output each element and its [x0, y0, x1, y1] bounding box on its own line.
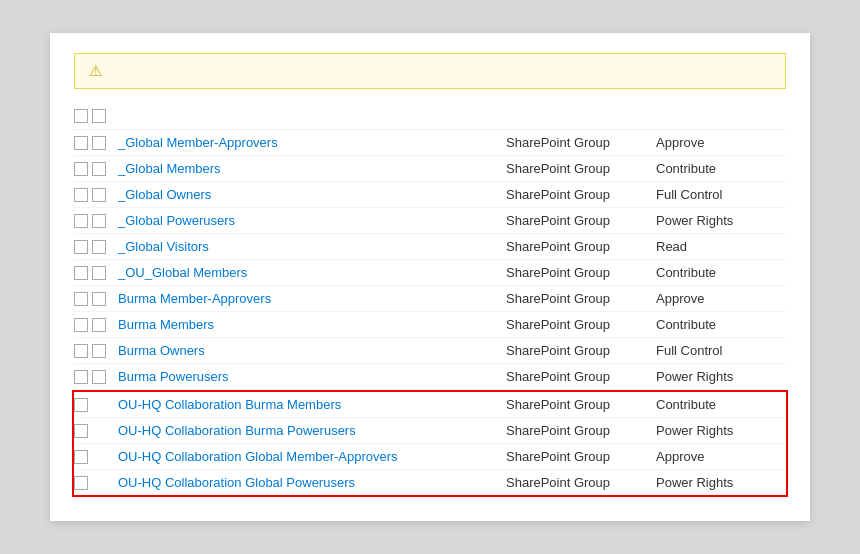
row-name-2[interactable]: _Global Owners — [118, 187, 506, 202]
highlighted-table-row: OU-HQ Collaboration Global Powerusers Sh… — [74, 470, 786, 495]
table-header — [74, 105, 786, 130]
hl-row-name-1[interactable]: OU-HQ Collaboration Burma Powerusers — [118, 423, 506, 438]
inner-checkbox-2[interactable] — [92, 188, 106, 202]
hl-row-check-0 — [74, 398, 118, 412]
inner-checkbox-5[interactable] — [92, 266, 106, 280]
row-type-8: SharePoint Group — [506, 343, 656, 358]
table-row: Burma Owners SharePoint Group Full Contr… — [74, 338, 786, 364]
hl-row-type-2: SharePoint Group — [506, 449, 656, 464]
outer-checkbox-1[interactable] — [74, 162, 88, 176]
inner-checkbox-3[interactable] — [92, 214, 106, 228]
row-check-0 — [74, 136, 118, 150]
table-row: _Global Members SharePoint Group Contrib… — [74, 156, 786, 182]
row-perm-3: Power Rights — [656, 213, 786, 228]
row-type-1: SharePoint Group — [506, 161, 656, 176]
row-check-7 — [74, 318, 118, 332]
row-name-5[interactable]: _OU_Global Members — [118, 265, 506, 280]
select-all-checkbox-2[interactable] — [92, 109, 106, 123]
hl-row-check-1 — [74, 424, 118, 438]
select-all-checkbox[interactable] — [74, 109, 88, 123]
inner-checkbox-1[interactable] — [92, 162, 106, 176]
outer-checkbox-0[interactable] — [74, 136, 88, 150]
outer-checkbox-6[interactable] — [74, 292, 88, 306]
row-check-2 — [74, 188, 118, 202]
hl-row-perm-2: Approve — [656, 449, 786, 464]
hl-row-name-0[interactable]: OU-HQ Collaboration Burma Members — [118, 397, 506, 412]
table-row: _Global Powerusers SharePoint Group Powe… — [74, 208, 786, 234]
permissions-table: _Global Member-Approvers SharePoint Grou… — [74, 105, 786, 497]
header-check-col — [74, 109, 118, 123]
permissions-card: ⚠ _Global Member-Approvers SharePoint Gr… — [50, 33, 810, 521]
row-type-4: SharePoint Group — [506, 239, 656, 254]
hl-outer-checkbox-2[interactable] — [74, 450, 88, 464]
outer-checkbox-7[interactable] — [74, 318, 88, 332]
row-name-6[interactable]: Burma Member-Approvers — [118, 291, 506, 306]
row-perm-0: Approve — [656, 135, 786, 150]
row-type-9: SharePoint Group — [506, 369, 656, 384]
hl-row-type-0: SharePoint Group — [506, 397, 656, 412]
table-row: _Global Owners SharePoint Group Full Con… — [74, 182, 786, 208]
inner-checkbox-4[interactable] — [92, 240, 106, 254]
row-type-2: SharePoint Group — [506, 187, 656, 202]
normal-rows: _Global Member-Approvers SharePoint Grou… — [74, 130, 786, 390]
highlighted-table-row: OU-HQ Collaboration Burma Powerusers Sha… — [74, 418, 786, 444]
highlighted-table-row: OU-HQ Collaboration Burma Members ShareP… — [74, 392, 786, 418]
row-check-3 — [74, 214, 118, 228]
row-name-4[interactable]: _Global Visitors — [118, 239, 506, 254]
row-name-8[interactable]: Burma Owners — [118, 343, 506, 358]
table-row: Burma Member-Approvers SharePoint Group … — [74, 286, 786, 312]
inner-checkbox-8[interactable] — [92, 344, 106, 358]
row-type-6: SharePoint Group — [506, 291, 656, 306]
row-perm-5: Contribute — [656, 265, 786, 280]
outer-checkbox-3[interactable] — [74, 214, 88, 228]
table-row: _OU_Global Members SharePoint Group Cont… — [74, 260, 786, 286]
highlighted-table-row: OU-HQ Collaboration Global Member-Approv… — [74, 444, 786, 470]
row-perm-7: Contribute — [656, 317, 786, 332]
warning-banner: ⚠ — [74, 53, 786, 89]
row-perm-9: Power Rights — [656, 369, 786, 384]
row-name-0[interactable]: _Global Member-Approvers — [118, 135, 506, 150]
row-type-7: SharePoint Group — [506, 317, 656, 332]
inner-checkbox-0[interactable] — [92, 136, 106, 150]
inner-checkbox-9[interactable] — [92, 370, 106, 384]
row-name-3[interactable]: _Global Powerusers — [118, 213, 506, 228]
row-name-1[interactable]: _Global Members — [118, 161, 506, 176]
inner-checkbox-7[interactable] — [92, 318, 106, 332]
row-perm-6: Approve — [656, 291, 786, 306]
outer-checkbox-2[interactable] — [74, 188, 88, 202]
hl-row-name-2[interactable]: OU-HQ Collaboration Global Member-Approv… — [118, 449, 506, 464]
row-check-1 — [74, 162, 118, 176]
outer-checkbox-4[interactable] — [74, 240, 88, 254]
warning-icon: ⚠ — [89, 62, 102, 80]
row-perm-4: Read — [656, 239, 786, 254]
hl-row-name-3[interactable]: OU-HQ Collaboration Global Powerusers — [118, 475, 506, 490]
row-name-7[interactable]: Burma Members — [118, 317, 506, 332]
highlighted-rows-group: OU-HQ Collaboration Burma Members ShareP… — [72, 390, 788, 497]
outer-checkbox-8[interactable] — [74, 344, 88, 358]
table-row: _Global Member-Approvers SharePoint Grou… — [74, 130, 786, 156]
row-name-9[interactable]: Burma Powerusers — [118, 369, 506, 384]
row-check-8 — [74, 344, 118, 358]
hl-outer-checkbox-0[interactable] — [74, 398, 88, 412]
table-row: _Global Visitors SharePoint Group Read — [74, 234, 786, 260]
row-check-9 — [74, 370, 118, 384]
row-type-0: SharePoint Group — [506, 135, 656, 150]
row-check-4 — [74, 240, 118, 254]
hl-row-check-2 — [74, 450, 118, 464]
row-type-5: SharePoint Group — [506, 265, 656, 280]
hl-row-perm-1: Power Rights — [656, 423, 786, 438]
row-check-5 — [74, 266, 118, 280]
outer-checkbox-5[interactable] — [74, 266, 88, 280]
hl-row-perm-0: Contribute — [656, 397, 786, 412]
inner-checkbox-6[interactable] — [92, 292, 106, 306]
row-type-3: SharePoint Group — [506, 213, 656, 228]
row-perm-2: Full Control — [656, 187, 786, 202]
hl-outer-checkbox-1[interactable] — [74, 424, 88, 438]
hl-row-type-1: SharePoint Group — [506, 423, 656, 438]
row-check-6 — [74, 292, 118, 306]
hl-row-type-3: SharePoint Group — [506, 475, 656, 490]
hl-outer-checkbox-3[interactable] — [74, 476, 88, 490]
row-perm-8: Full Control — [656, 343, 786, 358]
hl-row-perm-3: Power Rights — [656, 475, 786, 490]
outer-checkbox-9[interactable] — [74, 370, 88, 384]
